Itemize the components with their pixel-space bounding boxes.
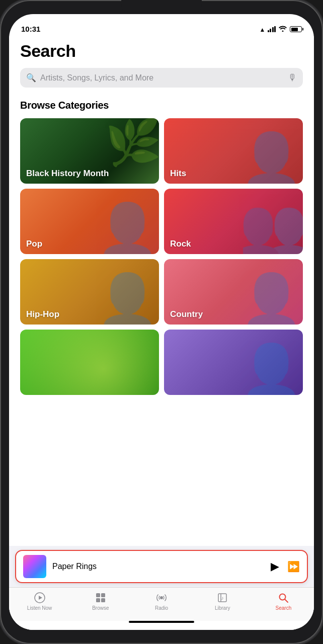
listen-now-icon — [34, 592, 46, 604]
browse-icon — [95, 592, 107, 604]
wifi-icon — [279, 25, 287, 33]
mini-player-wrapper: Paper Rings ▶ ⏩ — [9, 546, 314, 587]
screen-content: Search 🔍 Artists, Songs, Lyrics, and Mor… — [9, 36, 314, 630]
tab-listen-now-label: Listen Now — [27, 605, 52, 611]
page-title: Search — [20, 41, 303, 61]
play-button[interactable]: ▶ — [271, 560, 279, 573]
category-label: Black History Month — [26, 169, 109, 179]
category-hip-hop[interactable]: 👤 Hip-Hop — [20, 259, 159, 325]
svg-rect-4 — [96, 598, 100, 602]
tab-radio[interactable]: Radio — [131, 592, 192, 621]
category-label: Country — [170, 309, 203, 319]
tab-radio-label: Radio — [155, 605, 168, 611]
tab-library[interactable]: ♪ Library — [192, 592, 253, 621]
person-decoration: 👤 — [240, 345, 303, 395]
mini-player-song-title: Paper Rings — [52, 562, 265, 571]
home-indicator — [129, 621, 194, 623]
svg-point-6 — [160, 596, 163, 599]
category-purple-genre[interactable]: 👤 — [164, 330, 303, 395]
category-green-genre[interactable] — [20, 330, 159, 395]
tab-listen-now[interactable]: Listen Now — [9, 592, 70, 621]
svg-rect-2 — [96, 593, 100, 597]
browse-section-title: Browse Categories — [20, 100, 303, 111]
category-hits[interactable]: 👤 Hits — [164, 118, 303, 184]
microphone-icon[interactable]: 🎙 — [288, 72, 297, 83]
location-arrow-icon: ▲ — [260, 26, 266, 33]
tab-library-label: Library — [215, 605, 230, 611]
svg-marker-1 — [39, 596, 42, 600]
svg-rect-3 — [101, 593, 105, 597]
phone-screen: 10:31 ▲ — [9, 14, 314, 630]
svg-line-10 — [285, 599, 288, 602]
search-tab-icon — [277, 592, 289, 604]
fast-forward-button[interactable]: ⏩ — [287, 560, 300, 573]
category-country[interactable]: 👤 Country — [164, 259, 303, 325]
tab-browse[interactable]: Browse — [70, 592, 131, 621]
bubble-decoration — [20, 330, 159, 395]
category-label: Hip-Hop — [26, 309, 59, 319]
signal-bars-icon — [268, 26, 276, 32]
tab-browse-label: Browse — [92, 605, 109, 611]
tab-search-label: Search — [276, 605, 292, 611]
search-bar[interactable]: 🔍 Artists, Songs, Lyrics, and More 🎙 — [20, 68, 303, 88]
category-label: Hits — [170, 169, 186, 179]
search-input-placeholder[interactable]: Artists, Songs, Lyrics, and More — [40, 73, 284, 83]
library-icon: ♪ — [216, 592, 228, 604]
album-art — [23, 555, 46, 578]
battery-icon — [290, 26, 302, 32]
person-decoration: 👤 — [240, 274, 303, 325]
mini-player[interactable]: Paper Rings ▶ ⏩ — [15, 550, 308, 583]
tab-search[interactable]: Search — [253, 592, 314, 621]
status-time: 10:31 — [21, 25, 260, 33]
radio-icon — [155, 592, 168, 604]
notch — [121, 0, 202, 14]
category-pop[interactable]: 👤 Pop — [20, 189, 159, 254]
category-label: Pop — [26, 239, 42, 249]
status-bar: 10:31 ▲ — [9, 14, 314, 36]
category-rock[interactable]: 👥 Rock — [164, 189, 303, 254]
group-decoration: 👥 — [239, 199, 303, 254]
person-decoration: 👤 — [240, 133, 303, 184]
person-decoration: 👤 — [96, 204, 159, 254]
tab-bar: Listen Now Browse — [9, 587, 314, 621]
status-icons — [268, 25, 302, 33]
scroll-area[interactable]: Search 🔍 Artists, Songs, Lyrics, and Mor… — [9, 36, 314, 546]
home-indicator-area — [9, 621, 314, 630]
phone-frame: 10:31 ▲ — [0, 0, 323, 644]
search-icon: 🔍 — [26, 73, 36, 83]
svg-text:♪: ♪ — [221, 595, 224, 601]
leaves-decoration: 🌿 — [105, 118, 159, 169]
categories-grid: 🌿 Black History Month 👤 Hits 👤 Pop — [20, 118, 303, 395]
category-label: Rock — [170, 239, 191, 249]
mini-player-controls: ▶ ⏩ — [271, 560, 300, 573]
category-black-history-month[interactable]: 🌿 Black History Month — [20, 118, 159, 184]
person-decoration: 👤 — [96, 274, 159, 325]
svg-rect-5 — [101, 598, 105, 602]
